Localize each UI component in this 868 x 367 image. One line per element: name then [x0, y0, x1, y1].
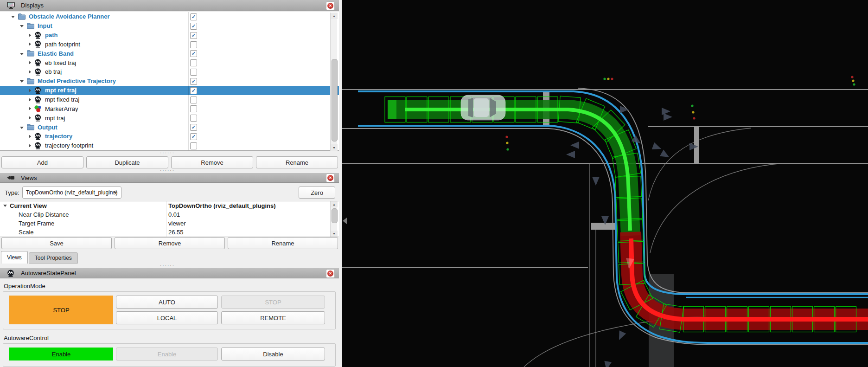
- auto-button[interactable]: AUTO: [116, 296, 218, 309]
- visibility-checkbox[interactable]: [190, 105, 197, 112]
- panel-collapse-icon[interactable]: [343, 218, 347, 224]
- remove-button[interactable]: Remove: [171, 156, 253, 168]
- splitter-handle[interactable]: ······: [160, 264, 175, 267]
- visibility-checkbox[interactable]: [190, 69, 197, 76]
- zero-button[interactable]: Zero: [299, 187, 335, 199]
- visibility-checkbox[interactable]: [190, 59, 197, 66]
- views-close-button[interactable]: ✕: [326, 174, 335, 182]
- chevron-down-icon[interactable]: [3, 205, 7, 207]
- chevron-right-icon[interactable]: [29, 135, 31, 138]
- tree-row-output[interactable]: Output✓: [0, 122, 339, 132]
- rename-button[interactable]: Rename: [228, 237, 338, 249]
- chevron-down-icon[interactable]: [20, 127, 24, 129]
- autoware-icon: [34, 87, 42, 94]
- scrollbar-thumb[interactable]: [332, 59, 338, 142]
- splitter-handle[interactable]: ······: [160, 152, 175, 155]
- visibility-checkbox[interactable]: [190, 142, 197, 149]
- tree-row-elastic-band[interactable]: Elastic Band✓: [0, 49, 339, 58]
- tree-row-mpt-fixed-traj[interactable]: mpt fixed traj: [0, 95, 339, 104]
- autoware-control-label: AutowareControl: [4, 335, 49, 341]
- chevron-down-icon[interactable]: [20, 53, 24, 55]
- traffic-light-dot: [505, 135, 508, 138]
- tree-row-input[interactable]: Input✓: [0, 21, 339, 31]
- tree-row-obstacle-avoidance-planner[interactable]: Obstacle Avoidance Planner✓: [0, 12, 339, 21]
- tree-row-model-predictive-trajectory[interactable]: Model Predictive Trajectory✓: [0, 77, 339, 86]
- duplicate-button[interactable]: Duplicate: [86, 156, 168, 168]
- rviz-window: Displays ✕ Obstacle Avoidance Planner✓In…: [0, 0, 868, 367]
- tree-item-label: MarkerArray: [45, 105, 78, 112]
- local-button[interactable]: LOCAL: [116, 311, 218, 324]
- views-table-scrollbar[interactable]: ▲ ▼: [330, 201, 337, 237]
- tree-item-label: eb fixed traj: [45, 59, 76, 66]
- view-type-dropdown[interactable]: TopDownOrtho (rviz_default_plugins): [22, 187, 121, 199]
- splitter-handle[interactable]: ······: [160, 169, 175, 172]
- visibility-checkbox[interactable]: [190, 115, 197, 122]
- autoware-panel-titlebar: AutowareStatePanel ✕: [0, 268, 339, 278]
- scroll-down-icon[interactable]: ▼: [331, 231, 338, 237]
- chevron-right-icon[interactable]: [29, 61, 31, 64]
- visibility-checkbox[interactable]: ✓: [190, 13, 197, 20]
- visibility-checkbox[interactable]: [190, 41, 197, 48]
- scroll-up-icon[interactable]: ▲: [331, 13, 338, 19]
- disable-button[interactable]: Disable: [221, 348, 325, 361]
- autoware-icon: [34, 40, 42, 48]
- tree-row-path[interactable]: path✓: [0, 31, 339, 40]
- 3d-viewport[interactable]: [342, 0, 868, 367]
- chevron-down-icon[interactable]: [20, 25, 24, 27]
- property-value[interactable]: 26.55: [168, 229, 184, 236]
- visibility-checkbox[interactable]: ✓: [190, 133, 197, 140]
- property-row-current-view[interactable]: Current ViewTopDownOrtho (rviz_default_p…: [0, 201, 339, 210]
- property-value[interactable]: viewer: [168, 220, 186, 227]
- rename-button[interactable]: Rename: [256, 156, 338, 168]
- chevron-right-icon[interactable]: [29, 42, 31, 46]
- add-button[interactable]: Add: [1, 156, 83, 168]
- visibility-checkbox[interactable]: ✓: [190, 87, 197, 94]
- save-button[interactable]: Save: [1, 237, 112, 249]
- chevron-right-icon[interactable]: [29, 89, 31, 92]
- tree-column-divider[interactable]: [188, 12, 189, 150]
- tree-row-markerarray[interactable]: MarkerArray: [0, 104, 339, 113]
- tree-row-eb-fixed-traj[interactable]: eb fixed traj: [0, 58, 339, 67]
- property-row-scale[interactable]: Scale26.55: [0, 228, 339, 237]
- chevron-down-icon[interactable]: [20, 80, 24, 83]
- property-row-target-frame[interactable]: Target Frameviewer: [0, 219, 339, 228]
- property-value[interactable]: 0.01: [168, 211, 180, 218]
- tree-row-mpt-traj[interactable]: mpt traj: [0, 113, 339, 122]
- visibility-checkbox[interactable]: ✓: [190, 78, 197, 85]
- tree-row-mpt-ref-traj[interactable]: mpt ref traj✓: [0, 86, 339, 95]
- displays-tree-scrollbar[interactable]: ▲ ▼: [330, 13, 337, 151]
- chevron-right-icon[interactable]: [29, 33, 31, 37]
- current-view-properties[interactable]: Current ViewTopDownOrtho (rviz_default_p…: [0, 201, 339, 237]
- displays-tree[interactable]: Obstacle Avoidance Planner✓Input✓path✓pa…: [0, 12, 339, 151]
- chevron-right-icon[interactable]: [29, 116, 31, 120]
- traffic-light-dot: [852, 79, 854, 82]
- displays-close-button[interactable]: ✕: [326, 1, 335, 10]
- tree-row-trajectory-footprint[interactable]: trajectory footprint: [0, 141, 339, 150]
- visibility-checkbox[interactable]: ✓: [190, 124, 197, 131]
- tree-row-path-footprint[interactable]: path footprint: [0, 40, 339, 49]
- chevron-right-icon[interactable]: [29, 70, 31, 74]
- autoware-close-button[interactable]: ✕: [326, 269, 335, 278]
- folder-icon: [18, 13, 26, 20]
- visibility-checkbox[interactable]: ✓: [190, 32, 197, 39]
- visibility-checkbox[interactable]: [190, 97, 197, 103]
- chevron-right-icon[interactable]: [29, 107, 31, 110]
- tab-tool-properties[interactable]: Tool Properties: [29, 252, 78, 264]
- tab-views[interactable]: Views: [1, 251, 28, 264]
- chevron-right-icon[interactable]: [29, 98, 31, 102]
- scroll-up-icon[interactable]: ▲: [331, 201, 338, 207]
- chevron-down-icon[interactable]: [11, 16, 15, 18]
- property-value[interactable]: TopDownOrtho (rviz_default_plugins): [168, 202, 276, 209]
- scrollbar-thumb[interactable]: [332, 208, 338, 223]
- scroll-down-icon[interactable]: ▼: [331, 144, 338, 151]
- chevron-right-icon[interactable]: [29, 144, 31, 148]
- autoware-icon: [34, 133, 42, 140]
- visibility-checkbox[interactable]: ✓: [190, 50, 197, 57]
- remove-button[interactable]: Remove: [115, 237, 225, 249]
- tree-row-trajectory[interactable]: trajectory✓: [0, 132, 339, 141]
- property-row-near-clip-distance[interactable]: Near Clip Distance0.01: [0, 210, 339, 219]
- ego-vehicle: [461, 95, 505, 120]
- tree-row-eb-traj[interactable]: eb traj: [0, 67, 339, 77]
- remote-button[interactable]: REMOTE: [221, 311, 325, 324]
- visibility-checkbox[interactable]: ✓: [190, 23, 197, 30]
